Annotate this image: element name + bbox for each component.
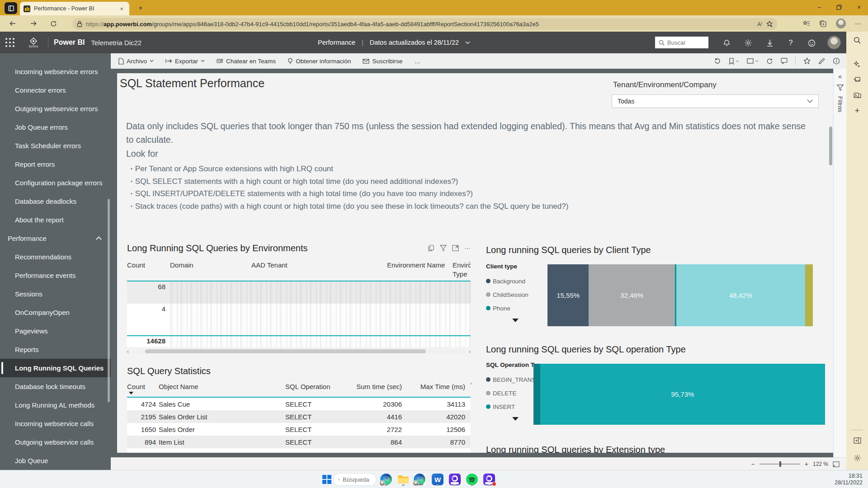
taskbar-edge-profile[interactable] [379,473,393,486]
address-bar[interactable]: https://app.powerbi.com/groups/me/apps/8… [72,18,778,30]
table-row[interactable]: 1650 Sales Order SELECT 2722 12506 [127,423,471,436]
filter-icon[interactable] [440,245,447,251]
export-menu[interactable]: Exportar [165,58,205,65]
taskbar-purple-app[interactable] [448,473,462,486]
browser-profile-avatar[interactable] [836,19,846,28]
sidebar-item[interactable]: Long Running SQL Queries [0,359,111,377]
sidebar-item[interactable]: Job Queue [0,451,111,470]
sidebar-item[interactable]: Incoming webservice calls [0,414,111,433]
window-restore-button[interactable] [830,0,848,14]
browser-tab[interactable]: Performance - Power BI × [20,2,129,15]
sidebar-item[interactable]: Database lock timeouts [0,377,111,396]
scroll-left-icon[interactable]: ‹ [127,348,129,355]
taskbar-purple-app-2[interactable] [482,473,496,486]
table-row[interactable]: 707 LogInManagement SELECT 839 10598 [127,448,471,453]
taskbar-file-explorer[interactable] [396,473,410,486]
chevron-down-icon[interactable] [465,41,470,44]
download-button[interactable] [765,38,775,48]
settings-button[interactable] [743,38,753,48]
sidebar-item[interactable]: Database deadlocks [0,192,111,211]
teams-chat-button[interactable]: Chatear en Teams [217,58,276,65]
column-header-sum-time[interactable]: Sum time (sec) [344,383,407,390]
sidebar-search-button[interactable] [851,34,863,46]
horizontal-scrollbar[interactable]: ‹ › [127,348,471,355]
view-button[interactable] [747,58,759,64]
sidebar-shopping-button[interactable] [851,74,863,86]
table-row[interactable]: 894 Item List SELECT 864 8770 [127,436,471,448]
help-button[interactable]: ? [786,38,796,48]
scroll-right-icon[interactable]: › [469,348,471,355]
zoom-in-icon[interactable]: + [805,460,808,468]
reset-view-icon[interactable] [714,57,721,65]
user-avatar[interactable] [827,36,841,49]
more-options-icon[interactable]: ⋯ [464,245,471,252]
favorite-star-icon[interactable] [803,57,811,65]
more-options-button[interactable]: … [414,58,421,65]
tab-close-icon[interactable]: × [118,5,126,13]
search-input[interactable] [667,39,703,46]
fit-to-page-icon[interactable] [833,461,840,467]
sidebar-item[interactable]: Job Queue errors [0,118,111,136]
sidebar-item[interactable]: Configuration package errors [0,174,111,192]
sidebar-item[interactable]: Performance events [0,266,111,285]
new-tab-button[interactable]: + [136,3,146,13]
sidebar-item[interactable]: Task Scheduler errors [0,136,111,155]
file-menu[interactable]: Archivo [118,58,154,65]
sidebar-item[interactable]: Connector errors [0,81,111,99]
legend-scroll-down-icon[interactable] [512,319,519,322]
taskbar-clock[interactable]: 18:31 28/11/2022 [835,473,863,486]
sidebar-item[interactable]: Performance [0,229,111,248]
sidebar-item[interactable]: Long Running AL methods [0,396,111,414]
taskbar-search[interactable] [333,473,377,486]
scroll-up-icon[interactable]: ^ [470,382,472,387]
filters-pane-label[interactable]: Filtros [837,96,844,112]
bar-segment[interactable]: 48,42% [676,264,805,326]
window-close-button[interactable]: × [850,0,868,14]
comments-icon[interactable] [781,58,788,64]
info-icon[interactable] [833,57,840,65]
sidebar-item[interactable]: Outgoing webservice calls [0,433,111,451]
sidebar-settings-button[interactable] [851,452,863,464]
get-insights-button[interactable]: Obtener información [288,58,351,65]
taskbar-word[interactable]: W [430,473,445,486]
column-header-count[interactable]: Count [127,383,159,390]
browser-menu-icon[interactable]: ⋯ [855,20,862,27]
filter-icon[interactable] [837,84,844,91]
bar-segment[interactable] [805,264,813,326]
column-header-domain[interactable]: Domain [170,261,251,279]
sidebar-media-button[interactable] [851,89,863,101]
sidebar-item[interactable]: Recommendations [0,248,111,266]
sidebar-discover-button[interactable] [851,59,863,70]
scrollbar-thumb[interactable] [145,349,426,353]
edit-pencil-icon[interactable] [818,58,825,65]
legend-item[interactable]: ChildSession [486,288,547,301]
column-header-sql-operation[interactable]: SQL Operation [285,383,344,390]
report-vertical-scrollbar[interactable] [829,127,832,165]
sidebar-item[interactable]: Outgoing webservice errors [0,99,111,118]
sidebar-item[interactable]: Pageviews [0,322,111,340]
legend-scroll-down-icon[interactable] [512,417,519,421]
zoom-slider-thumb[interactable] [779,461,781,467]
column-header-object-name[interactable]: Object Name [159,383,285,390]
sidebar-item[interactable]: Reports [0,340,111,359]
read-aloud-icon[interactable]: A) [757,21,762,28]
sidebar-item[interactable]: Report errors [0,155,111,174]
column-header-count[interactable]: Count [127,261,170,279]
start-button[interactable] [320,473,334,486]
expand-pane-icon[interactable]: « [838,72,842,80]
scrollbar-track[interactable] [132,349,466,353]
refresh-visuals-icon[interactable] [766,58,773,65]
refresh-button[interactable] [47,17,60,30]
table-row[interactable]: 2195 Sales Order List SELECT 4416 42020 [127,410,471,423]
column-header-environment-name[interactable]: Environment Name [387,261,453,279]
favorites-bar-icon[interactable] [802,20,810,28]
add-favorite-icon[interactable] [766,20,773,28]
collections-icon[interactable] [819,20,827,28]
table-row[interactable]: 4724 Sales Cue SELECT 20306 34113 [127,398,471,410]
taskbar-spotify[interactable] [465,473,479,486]
breadcrumb-page[interactable]: Performance [318,39,355,46]
data-updated-label[interactable]: Datos actualizados el 28/11/22 [370,39,459,46]
notifications-button[interactable] [722,38,731,48]
feedback-button[interactable] [807,38,816,48]
sidebar-item[interactable]: Incoming webservice errors [0,62,111,81]
